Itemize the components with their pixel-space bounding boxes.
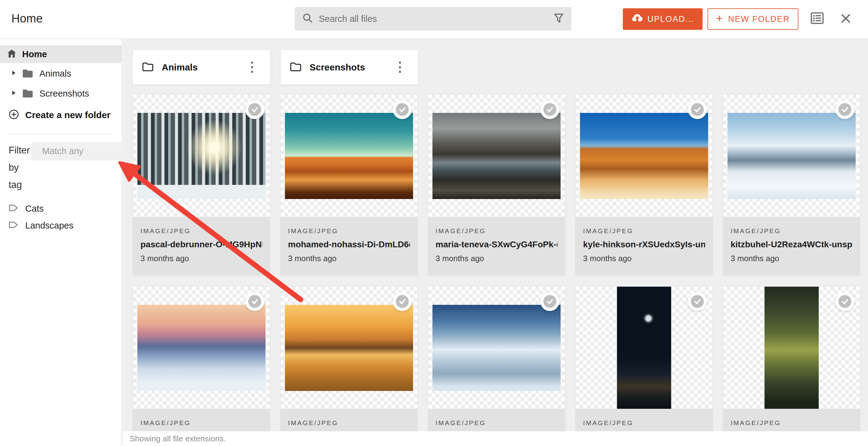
close-icon <box>840 13 851 24</box>
file-name: pascal-debrunner-O-MG9HpNKgI... <box>141 240 262 249</box>
file-card[interactable]: IMAGE/JPEG <box>133 286 270 446</box>
thumbnail-photo-fjord <box>432 113 561 199</box>
upload-button-label: UPLOAD... <box>647 14 694 24</box>
check-icon <box>544 295 556 308</box>
file-card[interactable]: IMAGE/JPEG mohamed-nohassi-Di-DmLD6cW8..… <box>280 95 418 275</box>
tag-item-landscapes[interactable]: Landscapes <box>0 216 122 235</box>
select-checkbox[interactable] <box>688 100 707 119</box>
upload-button[interactable]: UPLOAD... <box>623 8 703 30</box>
file-name: maria-teneva-SXwCyG4FoPk-uns... <box>436 240 558 249</box>
file-type: IMAGE/JPEG <box>141 419 262 426</box>
file-card[interactable]: IMAGE/JPEG <box>723 286 860 446</box>
file-date: 3 months ago <box>731 254 852 263</box>
select-checkbox[interactable] <box>835 100 855 119</box>
file-grid: IMAGE/JPEG pascal-debrunner-O-MG9HpNKgI.… <box>133 95 868 446</box>
select-checkbox[interactable] <box>835 292 855 311</box>
circle-plus-icon <box>9 109 19 121</box>
close-button[interactable] <box>840 13 851 25</box>
folder-icon <box>22 69 33 79</box>
check-icon <box>691 295 704 308</box>
check-icon <box>396 295 409 308</box>
tag-item-cats[interactable]: Cats <box>0 199 122 218</box>
select-checkbox[interactable] <box>245 292 264 311</box>
thumbnail-photo-desert-dune <box>285 113 413 199</box>
tag-label: Cats <box>25 204 44 214</box>
folder-card-name: Animals <box>162 62 251 73</box>
file-name: kyle-hinkson-rXSUedxSyIs-unspl... <box>583 240 705 249</box>
plus-icon: + <box>716 13 723 24</box>
check-icon <box>396 103 409 116</box>
sidebar-item-home[interactable]: Home <box>0 45 122 63</box>
file-type: IMAGE/JPEG <box>288 227 410 235</box>
tag-match-select[interactable]: Match any <box>31 142 122 160</box>
create-new-folder-button[interactable]: Create a new folder <box>0 106 122 124</box>
file-type: IMAGE/JPEG <box>436 227 558 235</box>
folder-card-screenshots[interactable]: Screenshots <box>281 50 418 84</box>
sidebar-folder-label: Screenshots <box>39 89 89 99</box>
file-card[interactable]: IMAGE/JPEG pascal-debrunner-O-MG9HpNKgI.… <box>133 95 270 275</box>
file-card[interactable]: IMAGE/JPEG <box>576 286 713 446</box>
check-icon <box>248 295 261 308</box>
folder-menu-kebab-icon[interactable] <box>399 62 401 73</box>
file-card[interactable]: IMAGE/JPEG <box>280 286 418 446</box>
thumbnail <box>133 287 270 409</box>
caret-right-icon[interactable] <box>12 70 16 77</box>
file-type: IMAGE/JPEG <box>583 419 705 426</box>
select-checkbox[interactable] <box>393 100 412 119</box>
folder-card-animals[interactable]: Animals <box>133 50 270 84</box>
file-type: IMAGE/JPEG <box>583 227 705 235</box>
list-view-icon <box>811 12 824 24</box>
file-name: mohamed-nohassi-Di-DmLD6cW8... <box>288 240 410 249</box>
list-view-toggle-button[interactable] <box>811 12 824 25</box>
caret-right-icon[interactable] <box>12 90 16 97</box>
select-checkbox[interactable] <box>393 292 412 311</box>
thumbnail <box>281 287 417 409</box>
tag-icon <box>9 221 19 230</box>
file-date: 3 months ago <box>436 254 558 263</box>
file-card[interactable]: IMAGE/JPEG kitzbuhel-U2Reza4WCtk-unsplas… <box>723 95 860 275</box>
thumbnail <box>723 287 860 409</box>
new-folder-button-label: NEW FOLDER <box>728 14 790 24</box>
new-folder-button[interactable]: + NEW FOLDER <box>708 8 798 30</box>
thumbnail-photo-golden-coast <box>285 305 413 391</box>
tag-label: Landscapes <box>25 220 73 231</box>
file-card[interactable]: IMAGE/JPEG maria-teneva-SXwCyG4FoPk-uns.… <box>428 95 565 275</box>
file-card[interactable]: IMAGE/JPEG <box>428 286 565 446</box>
filter-funnel-icon[interactable] <box>554 13 564 25</box>
file-meta: IMAGE/JPEG maria-teneva-SXwCyG4FoPk-uns.… <box>428 217 565 275</box>
file-date: 3 months ago <box>141 254 262 263</box>
main-content: Animals Screenshots IMAGE/JPEG pascal-de… <box>123 39 868 446</box>
thumbnail-photo-forest-tree <box>765 287 819 409</box>
thumbnail <box>428 287 565 409</box>
create-new-folder-label: Create a new folder <box>25 110 111 120</box>
thumbnail-photo-dusk-mountains <box>137 305 266 391</box>
thumbnail-photo-dead-vlei <box>580 113 708 199</box>
check-icon <box>838 103 851 116</box>
thumbnail <box>723 95 860 217</box>
thumbnail <box>281 95 417 217</box>
select-checkbox[interactable] <box>245 100 264 119</box>
search-input[interactable] <box>319 9 554 28</box>
sidebar-folder-screenshots[interactable]: Screenshots <box>0 84 122 103</box>
sidebar-home-label: Home <box>22 49 47 59</box>
folder-menu-kebab-icon[interactable] <box>251 62 253 73</box>
select-checkbox[interactable] <box>540 100 559 119</box>
folder-outline-icon <box>142 62 154 73</box>
folder-card-name: Screenshots <box>310 62 399 73</box>
filter-by-tag-label: Filter by tag <box>9 142 34 194</box>
select-checkbox[interactable] <box>540 292 559 311</box>
page-title: Home <box>11 12 42 25</box>
sidebar-folder-animals[interactable]: Animals <box>0 64 122 83</box>
search-bar[interactable] <box>295 7 571 30</box>
select-checkbox[interactable] <box>688 292 707 311</box>
file-meta: IMAGE/JPEG mohamed-nohassi-Di-DmLD6cW8..… <box>281 217 417 275</box>
file-date: 3 months ago <box>583 254 705 263</box>
file-name: kitzbuhel-U2Reza4WCtk-unsplas... <box>731 240 852 249</box>
thumbnail <box>133 95 270 217</box>
header: Home UPLOAD... + NEW FOLDER <box>0 0 868 39</box>
thumbnail-photo-snow-peak <box>432 305 561 391</box>
file-card[interactable]: IMAGE/JPEG kyle-hinkson-rXSUedxSyIs-unsp… <box>576 95 713 275</box>
file-type: IMAGE/JPEG <box>436 419 558 426</box>
folder-outline-icon <box>290 62 302 73</box>
thumbnail-photo-moon-night <box>617 287 671 409</box>
